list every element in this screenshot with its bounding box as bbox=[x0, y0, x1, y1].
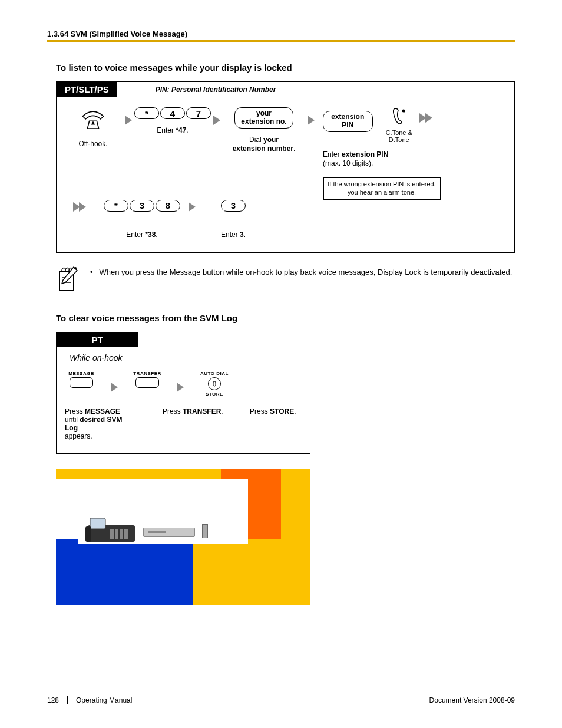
section-title: To listen to voice messages while your d… bbox=[56, 62, 515, 73]
arrow-icon bbox=[79, 202, 86, 212]
offhook-icon bbox=[79, 107, 107, 133]
step-caption: Press STORE. bbox=[250, 407, 296, 440]
step-caption: Enter *38. bbox=[126, 230, 157, 239]
message-button-icon bbox=[70, 377, 93, 388]
handset-icon bbox=[391, 107, 406, 127]
keypad: * 3 8 bbox=[104, 200, 180, 212]
button-label: MESSAGE bbox=[68, 371, 94, 376]
page-header: 1.3.64 SVM (Simplified Voice Message) bbox=[47, 29, 515, 38]
tone-label: C.Tone & D.Tone bbox=[380, 129, 419, 143]
key: 7 bbox=[186, 107, 211, 119]
step-caption: Dial yourextension number. bbox=[233, 136, 296, 153]
notepad-icon bbox=[56, 265, 80, 295]
step-caption: Enter *47. bbox=[157, 126, 188, 135]
caption-row: Press MESSAGE until until desired SVM Lo… bbox=[57, 398, 310, 453]
arrow-icon bbox=[111, 383, 118, 392]
key: * bbox=[134, 107, 159, 119]
arrow-icon bbox=[213, 116, 220, 125]
page-footer: 128 Operating Manual Document Version 20… bbox=[47, 696, 515, 704]
page-number: 128 bbox=[47, 696, 68, 704]
section-title: To clear voice messages from the SVM Log bbox=[56, 313, 515, 323]
step-caption: Enter 3. bbox=[221, 230, 246, 239]
transfer-button-icon bbox=[135, 377, 159, 388]
flow-row-1: Off-hook. * 4 7 Enter *47. yourextension… bbox=[57, 97, 514, 200]
note-text: • When you press the Message button whil… bbox=[90, 265, 512, 295]
svg-rect-4 bbox=[213, 381, 216, 386]
key: * bbox=[104, 200, 128, 212]
svg-rect-7 bbox=[85, 526, 91, 542]
pin-note: PIN: Personal Identification Number bbox=[156, 85, 276, 94]
manual-label: Operating Manual bbox=[68, 696, 429, 704]
step-caption: Press TRANSFER. bbox=[163, 407, 232, 440]
svg-rect-6 bbox=[90, 518, 105, 529]
step-caption: Off-hook. bbox=[78, 140, 107, 149]
store-button-icon bbox=[208, 377, 221, 390]
diagram-listen-locked: PT/SLT/PS PIN: Personal Identification N… bbox=[56, 81, 515, 253]
pill: extension PIN bbox=[323, 111, 373, 132]
key: 4 bbox=[160, 107, 185, 119]
button-row: MESSAGE TRANSFER AUTO DIAL STORE bbox=[57, 366, 310, 398]
arrow-icon bbox=[425, 113, 432, 123]
step-caption: Enter extension PIN(max. 10 digits). bbox=[323, 150, 388, 168]
arrow-icon bbox=[177, 383, 184, 392]
flow-row-2: * 3 8 Enter *38. 3 Enter 3. bbox=[57, 200, 514, 252]
keypad: 3 bbox=[221, 200, 246, 212]
svg-rect-11 bbox=[124, 529, 128, 539]
device-image-icon bbox=[143, 528, 195, 537]
svg-point-3 bbox=[74, 267, 77, 269]
diagram-title: PT/SLT/PS bbox=[57, 82, 117, 97]
diagram-title: PT bbox=[57, 332, 138, 347]
key: 3 bbox=[130, 200, 154, 212]
arrow-icon bbox=[125, 116, 132, 125]
step-caption: Press MESSAGE until until desired SVM Lo… bbox=[65, 407, 137, 440]
arrow-icon bbox=[189, 202, 196, 212]
diagram-clear-svm: PT While on-hook MESSAGE TRANSFER AUTO D… bbox=[56, 332, 310, 454]
doc-version: Document Version 2008-09 bbox=[429, 696, 515, 704]
key: 8 bbox=[156, 200, 180, 212]
key: 3 bbox=[221, 200, 246, 212]
note-block: • When you press the Message button whil… bbox=[56, 265, 515, 295]
alarm-note: If the wrong extension PIN is entered, y… bbox=[323, 177, 441, 200]
header-rule bbox=[47, 40, 515, 42]
button-label: AUTO DIAL bbox=[200, 371, 229, 376]
decorative-banner bbox=[56, 469, 310, 605]
phone-image-icon bbox=[85, 515, 140, 544]
svg-rect-9 bbox=[115, 529, 118, 539]
button-label: TRANSFER bbox=[133, 371, 161, 376]
button-label: STORE bbox=[206, 391, 223, 397]
svg-rect-8 bbox=[110, 529, 114, 539]
svg-point-0 bbox=[402, 110, 405, 113]
on-hook-label: While on-hook bbox=[57, 347, 310, 366]
keypad: * 4 7 bbox=[134, 107, 211, 119]
remote-image-icon bbox=[202, 524, 208, 538]
pill: yourextension no. bbox=[234, 107, 293, 129]
svg-rect-10 bbox=[120, 529, 123, 539]
page: 1.3.64 SVM (Simplified Voice Message) To… bbox=[0, 0, 562, 728]
arrow-icon bbox=[308, 116, 315, 125]
